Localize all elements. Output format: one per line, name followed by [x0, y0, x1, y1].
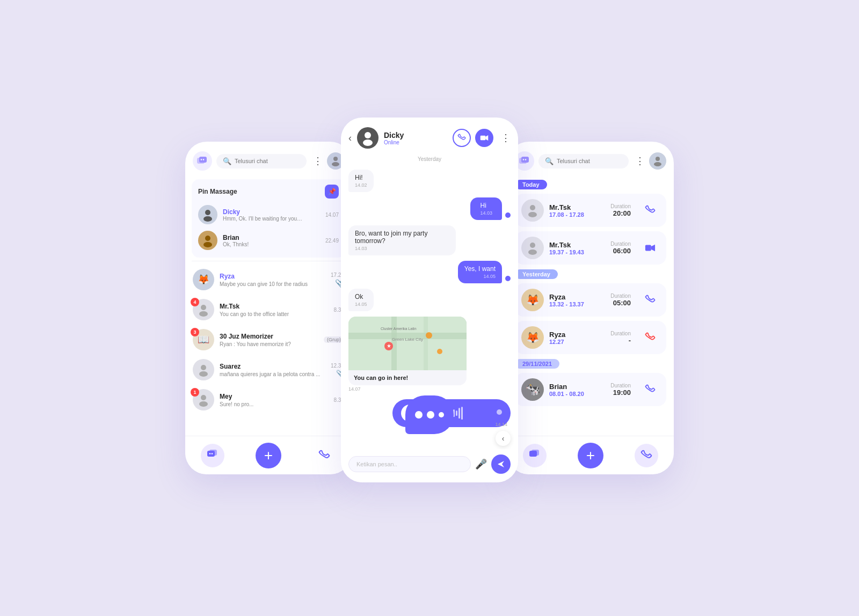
right-dots-icon[interactable]: ⋮: [635, 155, 645, 167]
time-map: 14.07: [348, 386, 467, 392]
call-info-ryza-phone: Ryza 13.32 - 13.37: [549, 293, 605, 307]
send-button[interactable]: [491, 454, 511, 474]
pin-button[interactable]: 📌: [325, 185, 339, 199]
back-button[interactable]: ‹: [348, 133, 352, 144]
call-info-ryza-missed: Ryza 12.27: [549, 331, 605, 345]
pin-time-dicky: 14.07: [325, 212, 339, 218]
left-search-input[interactable]: [235, 158, 300, 164]
logo-dot-1: [415, 411, 423, 419]
chat-preview-suarez: mañana quieres jugar a la pelota contra …: [220, 371, 325, 377]
msg-hi-left: Hi! 14.02: [348, 170, 511, 192]
chat-item-ryza[interactable]: 🦊 Ryza Maybe you can give 10 for the rad…: [185, 265, 352, 295]
contact-text: Dicky Online: [384, 131, 404, 145]
call-item-ryza-phone[interactable]: 🦊 Ryza 13.32 - 13.37 Duration 05:00: [515, 283, 666, 317]
svg-point-32: [426, 332, 432, 339]
msg-hi-right: Hi 14.03: [348, 197, 511, 220]
svg-point-38: [656, 157, 660, 161]
call-avatar-mrtsk-phone: [521, 199, 544, 222]
call-duration-mrtsk-phone: Duration 20:00: [610, 203, 631, 217]
call-item-mrtsk-phone[interactable]: Mr.Tsk 17.08 - 17.28 Duration 20:00: [515, 194, 666, 227]
left-dots-icon[interactable]: ⋮: [313, 155, 323, 167]
call-item-mrtsk-video[interactable]: Mr.Tsk 19.37 - 19.43 Duration 06:00: [515, 231, 666, 265]
yesterday-tag: Yesterday: [515, 269, 558, 279]
svg-point-5: [332, 162, 339, 166]
right-bottom-nav: +: [507, 436, 674, 474]
date-label-yesterday: Yesterday: [348, 156, 511, 162]
right-nav-plus-icon[interactable]: +: [578, 443, 603, 468]
svg-point-41: [528, 212, 537, 217]
call-missed-button-ryza[interactable]: [640, 328, 660, 347]
right-nav-chat-icon[interactable]: [523, 444, 547, 467]
call-duration-brian: Duration 19:00: [610, 383, 631, 397]
pin-item[interactable]: Dicky Hmm, Ok. I'll be waiting for you a…: [198, 203, 339, 226]
svg-point-7: [203, 216, 212, 222]
duration-val: 20:00: [610, 209, 631, 217]
time-ok-left: 14.05: [355, 302, 367, 307]
nav-plus-icon[interactable]: +: [256, 443, 281, 468]
svg-point-33: [437, 349, 442, 354]
right-search-input[interactable]: [557, 158, 622, 164]
chat-item-suarez[interactable]: Suarez mañana quieres jugar a la pelota …: [185, 355, 352, 385]
chat-name-mey: Mey: [220, 393, 329, 400]
date-section: 29/11/2021 🐄 Brian 08.01 - 08.20 Duratio…: [515, 358, 666, 406]
call-phone-button-ryza[interactable]: [640, 290, 660, 310]
pin-item-brian[interactable]: Brian Ok, Thnks! 22.49: [198, 229, 339, 252]
call-item-brian[interactable]: 🐄 Brian 08.01 - 08.20 Duration 19:00: [515, 373, 666, 406]
call-video-button-1[interactable]: [640, 238, 660, 258]
audio-call-button[interactable]: [453, 129, 471, 147]
right-search-bar[interactable]: 🔍: [538, 154, 629, 168]
call-item-ryza-missed[interactable]: 🦊 Ryza 12.27 Duration -: [515, 321, 666, 354]
pin-name-dicky: Dicky: [223, 208, 320, 216]
chat-preview-mrtsk: You can go to the office latter: [220, 311, 329, 317]
pin-info-dicky: Dicky Hmm, Ok. I'll be waiting for you a…: [223, 208, 320, 222]
call-info-mrtsk-phone: Mr.Tsk 17.08 - 17.28: [549, 203, 605, 218]
yesterday-section: Yesterday 🦊 Ryza 13.32 - 13.37 Duration …: [515, 269, 666, 354]
scroll-down-button[interactable]: ‹: [496, 431, 511, 446]
chat-avatar-wrap-mrtsk: 4: [193, 299, 214, 320]
map-caption: You can go in here!: [348, 370, 467, 385]
msg-yes-right: Yes, I want 14.05: [348, 261, 511, 283]
nav-phone-icon[interactable]: [312, 444, 336, 467]
duration-val-b: 19:00: [610, 388, 631, 397]
chat-badge-30juz: 3: [191, 328, 199, 336]
svg-rect-17: [209, 450, 217, 456]
time-yes-right: 14.05: [464, 274, 496, 279]
left-logo-icon: [193, 151, 212, 171]
left-search-bar[interactable]: 🔍: [216, 154, 307, 168]
msg-ok-left: Ok 14.05: [348, 289, 511, 311]
chat-item-mey[interactable]: 1 Mey Sure! no pro... 8.34: [185, 385, 352, 415]
chat-name-suarez: Suarez: [220, 363, 325, 370]
contact-avatar: [357, 127, 378, 149]
svg-text:★: ★: [387, 343, 391, 349]
chat-item-30juz[interactable]: 📖 3 30 Juz Memorizer Ryan : You have mem…: [185, 325, 352, 355]
scene: 🔍 ⋮ Pin Massage 📌 Dicky Hmm, Ok. I': [0, 118, 859, 498]
nav-chat-icon[interactable]: [201, 444, 224, 467]
duration-val-r: 05:00: [610, 299, 631, 307]
svg-point-3: [203, 159, 204, 160]
left-header: 🔍 ⋮: [185, 142, 352, 176]
chat-messages: Yesterday Hi! 14.02 Hi 14.03 Br: [341, 154, 518, 428]
mic-icon[interactable]: 🎤: [475, 458, 487, 470]
bubble-yes-right: Yes, I want 14.05: [458, 261, 502, 283]
chat-item-mrtsk[interactable]: 4 Mr.Tsk You can go to the office latter…: [185, 295, 352, 325]
call-phone-button-brian[interactable]: [640, 380, 660, 399]
time-hi-right: 14.03: [480, 210, 492, 216]
logo-dot-3: [439, 412, 444, 417]
svg-point-15: [199, 401, 208, 407]
right-user-avatar[interactable]: [649, 152, 666, 170]
bubble-hi-left: Hi! 14.02: [348, 170, 374, 192]
pin-header: Pin Massage 📌: [198, 185, 339, 199]
duration-label-b: Duration: [610, 383, 631, 388]
message-input-wrapper[interactable]: Ketikan pesan..: [348, 456, 471, 472]
right-nav-phone-icon[interactable]: [635, 444, 658, 467]
center-dots-icon[interactable]: ⋮: [501, 132, 511, 144]
contact-status: Online: [384, 140, 404, 145]
time-hi-left: 14.02: [355, 182, 367, 188]
svg-point-42: [530, 243, 535, 248]
left-bottom-nav: +: [185, 436, 352, 474]
video-call-button[interactable]: [475, 129, 493, 147]
read-dot-2: [505, 276, 511, 281]
msg-map: Green Lake City Cluster Amerika Latin ★ …: [348, 317, 511, 392]
chat-body-suarez: Suarez mañana quieres jugar a la pelota …: [220, 363, 325, 377]
call-phone-button-1[interactable]: [640, 201, 660, 220]
